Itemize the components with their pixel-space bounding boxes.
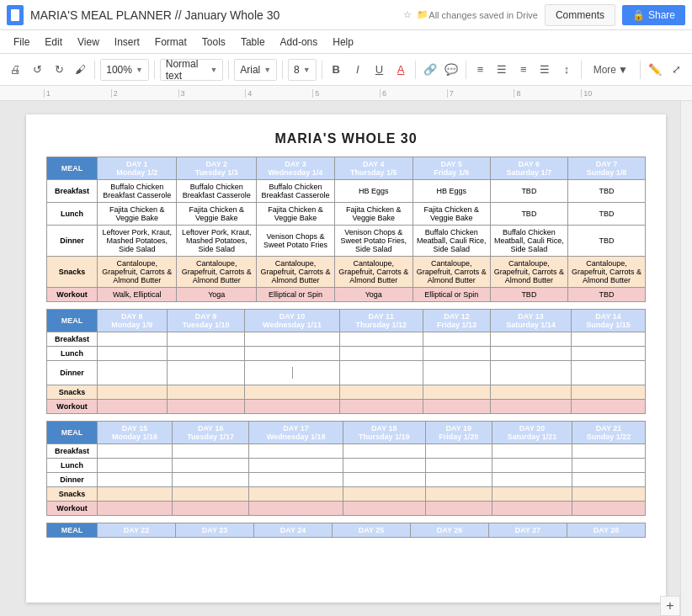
- print-button[interactable]: 🖨: [7, 59, 25, 81]
- toolbar: 🖨 ↺ ↻ 🖌 100% ▼ Normal text ▼ Arial ▼ 8 ▼…: [0, 54, 692, 86]
- week3-snacks-row: Snacks: [47, 487, 646, 502]
- w1-w6: TBD: [490, 288, 567, 302]
- comments-button[interactable]: Comments: [545, 4, 615, 26]
- w1-l7: TBD: [567, 203, 645, 226]
- week4-day23: DAY 23: [176, 523, 254, 538]
- week3-day15: DAY 15Monday 1/16: [98, 422, 173, 444]
- week2-day12: DAY 12Friday 1/13: [423, 310, 490, 332]
- pencil-button[interactable]: ✏️: [646, 59, 664, 81]
- week1-dinner-row: Dinner Leftover Pork, Kraut, Mashed Pota…: [47, 226, 646, 257]
- dinner-label: Dinner: [47, 226, 98, 257]
- menu-format[interactable]: Format: [148, 34, 194, 50]
- w1-w5: Elliptical or Spin: [413, 288, 490, 302]
- menu-help[interactable]: Help: [326, 34, 360, 50]
- w1-w2: Yoga: [177, 288, 256, 302]
- week1-meal-label: MEAL: [47, 157, 98, 180]
- style-arrow: ▼: [210, 66, 218, 74]
- share-button[interactable]: 🔒 Share: [622, 5, 685, 25]
- week4-meal-label: MEAL: [47, 523, 98, 538]
- w1-b2: Buffalo Chicken Breakfast Casserole: [177, 180, 256, 203]
- size-dropdown[interactable]: 8 ▼: [288, 59, 317, 81]
- week3-meal-label: MEAL: [47, 422, 98, 444]
- menubar: File Edit View Insert Format Tools Table…: [0, 30, 692, 54]
- week4-day25: DAY 25: [333, 523, 411, 538]
- align-right-button[interactable]: ≡: [514, 59, 533, 81]
- separator-9: [640, 61, 641, 79]
- week3-day19: DAY 19Friday 1/20: [425, 422, 492, 444]
- w1-s1: Cantaloupe, Grapefruit, Carrots & Almond…: [98, 257, 177, 288]
- doc-page: MARIA'S WHOLE 30 MEAL DAY 1Monday 1/2 DA…: [26, 114, 666, 603]
- w1-b1: Buffalo Chicken Breakfast Casserole: [98, 180, 177, 203]
- week1-breakfast-row: Breakfast Buffalo Chicken Breakfast Cass…: [47, 180, 646, 203]
- w1-d1: Leftover Pork, Kraut, Mashed Potatoes, S…: [98, 226, 177, 257]
- undo-button[interactable]: ↺: [29, 59, 47, 81]
- scrollbar-right[interactable]: [680, 101, 692, 616]
- week4-day27: DAY 27: [489, 523, 567, 538]
- style-dropdown[interactable]: Normal text ▼: [160, 59, 224, 81]
- bold-button[interactable]: B: [327, 59, 345, 81]
- folder-icon[interactable]: 📁: [417, 9, 429, 20]
- w1-s3: Cantaloupe, Grapefruit, Carrots & Almond…: [256, 257, 334, 288]
- week2-day11: DAY 11Thursday 1/12: [339, 310, 423, 332]
- paint-format-button[interactable]: 🖌: [72, 59, 90, 81]
- menu-table[interactable]: Table: [234, 34, 272, 50]
- more-button[interactable]: More ▼: [587, 59, 635, 81]
- underline-button[interactable]: U: [370, 59, 389, 81]
- w1-l4: Fajita Chicken & Veggie Bake: [334, 203, 413, 226]
- w1-w3: Elliptical or Spin: [256, 288, 334, 302]
- w1-s7: Cantaloupe, Grapefruit, Carrots & Almond…: [567, 257, 645, 288]
- menu-edit[interactable]: Edit: [38, 34, 69, 50]
- week3-workout-row: Workout: [47, 502, 646, 516]
- font-dropdown[interactable]: Arial ▼: [234, 59, 277, 81]
- week4-day22: DAY 22: [98, 523, 176, 538]
- menu-file[interactable]: File: [7, 34, 36, 50]
- week3-day21: DAY 21Sunday 1/22: [572, 422, 646, 444]
- week3-day17: DAY 17Wednesday 1/18: [249, 422, 343, 444]
- w1-s2: Cantaloupe, Grapefruit, Carrots & Almond…: [177, 257, 256, 288]
- size-arrow: ▼: [303, 66, 311, 74]
- zoom-dropdown[interactable]: 100% ▼: [100, 59, 149, 81]
- week3-dinner-row: Dinner: [47, 473, 646, 487]
- header-right: All changes saved in Drive Comments 🔒 Sh…: [429, 4, 685, 26]
- w1-b5: HB Eggs: [413, 180, 490, 203]
- week2-lunch-row: Lunch: [47, 347, 646, 361]
- week2-snacks-row: Snacks: [47, 385, 646, 400]
- ruler-marks: 1 2 3 4 5 6 7 8 10: [44, 89, 648, 98]
- star-icon[interactable]: ☆: [403, 9, 412, 20]
- week1-snacks-row: Snacks Cantaloupe, Grapefruit, Carrots &…: [47, 257, 646, 288]
- week4-day24: DAY 24: [254, 523, 333, 538]
- separator-4: [282, 61, 283, 79]
- menu-view[interactable]: View: [71, 34, 106, 50]
- line-spacing-button[interactable]: ↕: [557, 59, 576, 81]
- titlebar: MARIA'S MEAL PLANNER // January Whole 30…: [0, 0, 692, 30]
- week4-table: MEAL DAY 22 DAY 23 DAY 24 DAY 25 DAY 26 …: [46, 523, 646, 538]
- week3-day20: DAY 20Saturday 1/21: [492, 422, 572, 444]
- w1-l5: Fajita Chicken & Veggie Bake: [413, 203, 490, 226]
- separator-5: [322, 61, 322, 79]
- align-left-button[interactable]: ≡: [471, 59, 490, 81]
- w1-b4: HB Eggs: [334, 180, 413, 203]
- w1-l3: Fajita Chicken & Veggie Bake: [256, 203, 334, 226]
- text-color-button[interactable]: A: [391, 59, 410, 81]
- week2-workout-row: Workout: [47, 400, 646, 414]
- week1-lunch-row: Lunch Fajita Chicken & Veggie Bake Fajit…: [47, 203, 646, 226]
- w1-d2: Leftover Pork, Kraut, Mashed Potatoes, S…: [177, 226, 256, 257]
- saved-status: All changes saved in Drive: [429, 10, 538, 20]
- comment-button[interactable]: 💬: [442, 59, 460, 81]
- add-sheet-button[interactable]: +: [660, 596, 680, 616]
- redo-button[interactable]: ↻: [50, 59, 68, 81]
- italic-button[interactable]: I: [349, 59, 367, 81]
- justify-button[interactable]: ☰: [536, 59, 555, 81]
- menu-addons[interactable]: Add-ons: [274, 34, 325, 50]
- snacks-label: Snacks: [47, 257, 98, 288]
- expand-button[interactable]: ⤢: [667, 59, 685, 81]
- ruler: 1 2 3 4 5 6 7 8 10: [0, 86, 692, 101]
- menu-insert[interactable]: Insert: [108, 34, 146, 50]
- menu-tools[interactable]: Tools: [195, 34, 232, 50]
- align-center-button[interactable]: ☰: [492, 59, 511, 81]
- separator-8: [581, 61, 582, 79]
- link-button[interactable]: 🔗: [421, 59, 439, 81]
- w1-d3: Venison Chops & Sweet Potato Fries: [256, 226, 334, 257]
- week3-day18: DAY 18Thursday 1/19: [343, 422, 425, 444]
- week1-day7: DAY 7Sunday 1/8: [567, 157, 645, 180]
